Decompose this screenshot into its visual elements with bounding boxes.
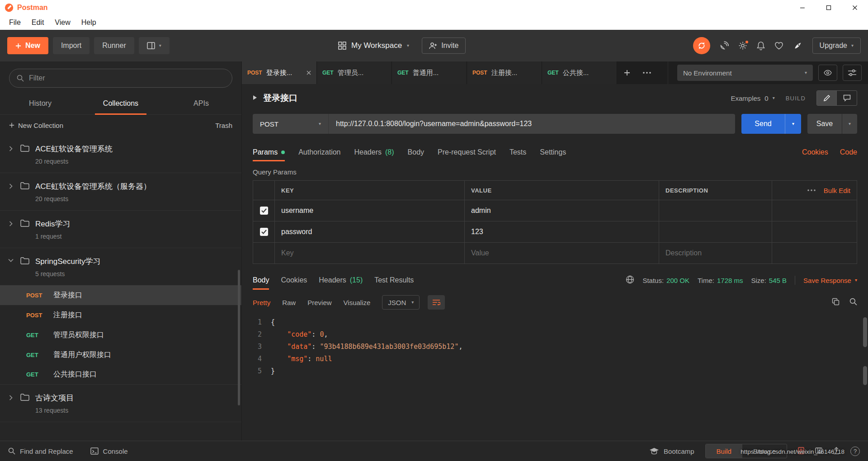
filter-input[interactable] [29, 74, 225, 82]
response-tab-cookies[interactable]: Cookies [281, 268, 307, 292]
tab-prerequest-script[interactable]: Pre-request Script [438, 141, 496, 164]
sync-status-button[interactable] [693, 37, 710, 54]
bulk-edit-link[interactable]: Bulk Edit [824, 187, 850, 194]
tab-settings[interactable]: Settings [540, 141, 566, 164]
chevron-down-icon[interactable] [7, 259, 14, 262]
invite-button[interactable]: Invite [422, 38, 466, 54]
request-tab[interactable]: GET 普通用... [392, 61, 467, 84]
row-checkbox-checked[interactable] [260, 228, 268, 236]
request-tab[interactable]: POST 登录接... [242, 61, 317, 84]
view-raw-button[interactable]: Raw [282, 299, 296, 306]
close-tab-icon[interactable] [307, 71, 311, 75]
tab-body[interactable]: Body [408, 141, 424, 164]
environment-quick-look-button[interactable] [818, 65, 837, 81]
new-button[interactable]: New [7, 37, 48, 54]
menu-view[interactable]: View [49, 19, 75, 27]
view-pretty-button[interactable]: Pretty [253, 299, 270, 306]
runner-button[interactable]: Runner [94, 37, 134, 54]
send-button[interactable]: Send [741, 114, 785, 134]
chevron-right-icon[interactable] [7, 221, 14, 226]
search-response-button[interactable] [849, 298, 857, 307]
tab-authorization[interactable]: Authorization [298, 141, 340, 164]
edit-request-button[interactable] [817, 91, 837, 105]
code-link[interactable]: Code [840, 148, 857, 156]
capture-requests-button[interactable] [720, 41, 729, 50]
collection-item-expanded[interactable]: SpringSecurity学习 5 requests [0, 248, 241, 285]
tab-params[interactable]: Params [253, 141, 285, 164]
workspace-switcher[interactable]: My Workspace ▾ [338, 41, 409, 50]
save-button[interactable]: Save [807, 114, 842, 134]
send-options-button[interactable]: ▾ [785, 114, 801, 134]
request-tab[interactable]: GET 公共接... [542, 61, 617, 84]
view-preview-button[interactable]: Preview [307, 299, 331, 306]
response-tab-body[interactable]: Body [253, 268, 269, 292]
collection-item[interactable]: Redis学习 1 request [0, 211, 241, 248]
url-input[interactable] [329, 114, 735, 134]
param-key-cell[interactable]: username [275, 200, 465, 221]
more-icon[interactable] [807, 189, 816, 191]
request-item[interactable]: GET 普通用户权限接口 [0, 345, 241, 365]
tab-headers[interactable]: Headers (8) [354, 141, 394, 164]
open-new-window-button[interactable]: ▾ [139, 37, 170, 54]
console-button[interactable]: Console [90, 447, 128, 455]
param-value-placeholder[interactable]: Value [465, 243, 659, 263]
chevron-right-icon[interactable] [7, 146, 14, 151]
copy-button[interactable] [832, 298, 840, 307]
view-visualize-button[interactable]: Visualize [344, 299, 371, 306]
launch-button[interactable] [793, 41, 803, 51]
tab-history[interactable]: History [0, 92, 80, 114]
param-key-placeholder[interactable]: Key [275, 243, 465, 263]
bootcamp-button[interactable]: Bootcamp [649, 447, 694, 455]
tab-apis[interactable]: APIs [161, 92, 241, 114]
response-scrollbar[interactable] [863, 317, 867, 347]
upgrade-button[interactable]: Upgrade ▾ [812, 38, 861, 54]
globe-icon[interactable] [626, 275, 634, 285]
build-tab[interactable]: Build [706, 444, 742, 458]
param-value-cell[interactable]: admin [465, 200, 659, 221]
request-tab[interactable]: GET 管理员... [317, 61, 392, 84]
response-tab-test-results[interactable]: Test Results [374, 268, 414, 292]
comments-button[interactable] [837, 91, 857, 105]
settings-button[interactable] [738, 41, 747, 50]
request-item[interactable]: POST 登录接口 [0, 285, 241, 305]
new-tab-button[interactable] [617, 61, 637, 84]
new-collection-button[interactable]: New Collection [18, 122, 63, 129]
save-response-button[interactable]: Save Response ▾ [803, 277, 857, 284]
param-description-placeholder[interactable]: Description [659, 243, 772, 263]
trash-button[interactable]: Trash [215, 122, 232, 129]
menu-edit[interactable]: Edit [26, 19, 50, 27]
close-button[interactable] [842, 0, 868, 15]
request-item[interactable]: POST 注册接口 [0, 305, 241, 325]
param-key-cell[interactable]: password [275, 221, 465, 242]
favorites-button[interactable] [774, 42, 783, 50]
environment-settings-button[interactable] [843, 65, 862, 81]
tab-options-button[interactable] [637, 61, 657, 84]
examples-dropdown[interactable]: Examples 0 ▾ [731, 94, 774, 102]
expand-caret-icon[interactable] [253, 94, 257, 102]
help-button[interactable]: ? [850, 447, 860, 456]
request-item[interactable]: GET 管理员权限接口 [0, 325, 241, 345]
wrap-text-button[interactable] [428, 295, 445, 310]
menu-help[interactable]: Help [76, 19, 102, 27]
collection-item[interactable]: ACE虹软设备管理系统 20 requests [0, 136, 241, 173]
tab-collections[interactable]: Collections [80, 92, 161, 114]
collection-item[interactable]: 古诗文项目 13 requests [0, 385, 241, 422]
save-options-button[interactable]: ▾ [842, 114, 857, 134]
import-button[interactable]: Import [53, 37, 90, 54]
row-checkbox-checked[interactable] [260, 207, 268, 215]
environment-select[interactable]: No Environment ▾ [677, 65, 813, 81]
collection-item[interactable]: ACE虹软设备管理系统（服务器） 20 requests [0, 173, 241, 211]
cookies-link[interactable]: Cookies [802, 148, 828, 156]
sidebar-scrollbar[interactable] [238, 270, 240, 405]
notifications-button[interactable] [757, 41, 765, 50]
request-item[interactable]: GET 公共接口接口 [0, 365, 241, 385]
menu-file[interactable]: File [4, 19, 26, 27]
find-and-replace-button[interactable]: Find and Replace [8, 447, 73, 455]
param-value-cell[interactable]: 123 [465, 221, 659, 242]
filter-search[interactable] [9, 69, 232, 88]
chevron-right-icon[interactable] [7, 395, 14, 400]
param-description-cell[interactable] [659, 221, 772, 242]
method-select[interactable]: POST ▾ [253, 114, 329, 134]
request-tab[interactable]: POST 注册接... [467, 61, 542, 84]
chevron-right-icon[interactable] [7, 183, 14, 189]
